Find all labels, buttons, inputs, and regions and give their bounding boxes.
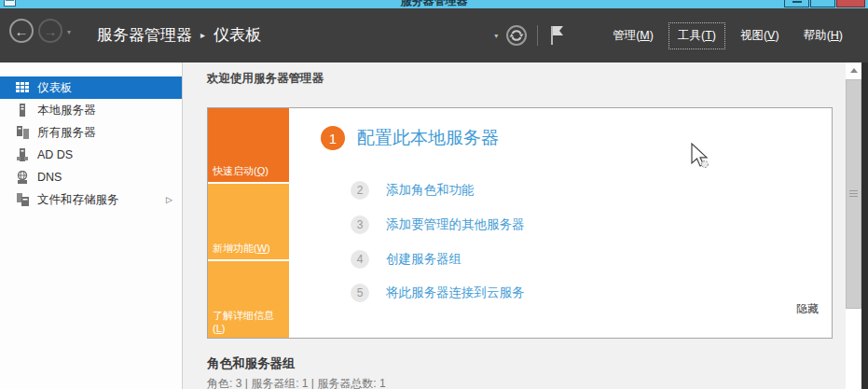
step-number-badge: 1 — [321, 126, 345, 150]
back-button[interactable]: ← — [9, 19, 34, 43]
nav-divider — [537, 25, 538, 46]
step-number-badge: 2 — [351, 181, 369, 200]
sidebar-item-dashboard[interactable]: 仪表板 — [0, 76, 182, 99]
sidebar-item-ad-ds[interactable]: AD DS — [0, 144, 182, 166]
forward-arrow-icon: → — [44, 24, 58, 38]
step-number-badge: 3 — [351, 215, 369, 234]
refresh-dropdown-icon[interactable]: ▾ — [494, 32, 498, 40]
server-manager-window: 服务器管理器 ← → ▾ 服务器管理器 ▸ 仪表板 ▾ — [0, 0, 868, 389]
connect-cloud-link[interactable]: 将此服务器连接到云服务 — [386, 285, 525, 301]
sidebar-item-dns[interactable]: DNS — [0, 166, 182, 188]
roles-groups-heading: 角色和服务器组 — [207, 355, 296, 372]
step-add-servers: 3 添加要管理的其他服务器 — [351, 215, 525, 234]
step-connect-cloud: 5 将此服务器连接到云服务 — [351, 284, 525, 302]
sidebar-item-all-servers[interactable]: 所有服务器 — [0, 121, 182, 144]
sidebar-item-label: 本地服务器 — [37, 103, 96, 118]
create-server-group-link[interactable]: 创建服务器组 — [386, 251, 462, 268]
ad-ds-icon — [15, 148, 30, 161]
tab-whats-new[interactable]: 新增功能(W) — [208, 184, 289, 261]
add-servers-link[interactable]: 添加要管理的其他服务器 — [386, 216, 525, 233]
sidebar-item-label: DNS — [37, 171, 62, 184]
dashboard-grid-icon — [15, 81, 30, 94]
notifications-flag-icon[interactable] — [549, 24, 565, 47]
sidebar-item-label: 文件和存储服务 — [37, 192, 119, 208]
menu-help[interactable]: 帮助(H) — [795, 23, 851, 49]
scrollbar-grip-icon — [849, 190, 858, 198]
roles-groups-stats: 角色: 3 | 服务器组: 1 | 服务器总数: 1 — [207, 376, 386, 389]
all-servers-icon — [15, 126, 30, 139]
sidebar-item-file-storage[interactable]: 文件和存储服务 ▷ — [0, 188, 182, 211]
scroll-up-arrow-icon — [850, 68, 858, 73]
minimize-button[interactable] — [784, 0, 809, 7]
welcome-heading: 欢迎使用服务器管理器 — [207, 71, 324, 87]
file-storage-icon — [15, 193, 30, 206]
step-create-server-group: 4 创建服务器组 — [351, 250, 462, 269]
welcome-tile: 快速启动(Q) 新增功能(W) 了解详细信息(L) 1 配置此本地服务器 2 添… — [207, 107, 833, 339]
sidebar-item-label: AD DS — [37, 148, 73, 161]
sidebar-item-local-server[interactable]: 本地服务器 — [0, 99, 182, 121]
local-server-icon — [15, 104, 30, 117]
dns-icon — [15, 171, 30, 184]
menu-tools[interactable]: 工具(T) — [669, 23, 724, 49]
sidebar: 仪表板 本地服务器 所有服务器 AD DS DNS — [0, 63, 183, 389]
breadcrumb-current[interactable]: 仪表板 — [214, 24, 261, 46]
scroll-up-button[interactable] — [846, 63, 861, 78]
refresh-icon[interactable] — [505, 24, 528, 47]
whatsnew-label: 新增功能(W) — [213, 242, 270, 256]
close-button[interactable] — [836, 0, 865, 7]
breadcrumb: 服务器管理器 ▸ 仪表板 — [97, 24, 261, 46]
navbar: ← → ▾ 服务器管理器 ▸ 仪表板 ▾ 管理(M) — [0, 8, 868, 63]
vertical-scrollbar[interactable] — [846, 63, 861, 389]
window-title: 服务器管理器 — [0, 0, 868, 8]
history-dropdown-icon[interactable]: ▾ — [67, 28, 71, 36]
hide-welcome-link[interactable]: 隐藏 — [796, 301, 819, 317]
step-add-roles: 2 添加角色和功能 — [351, 181, 475, 200]
menu-manage[interactable]: 管理(M) — [604, 23, 662, 49]
add-roles-link[interactable]: 添加角色和功能 — [386, 182, 475, 199]
tab-quick-start[interactable]: 快速启动(Q) — [208, 108, 289, 184]
breadcrumb-separator-icon: ▸ — [200, 30, 205, 40]
forward-button[interactable]: → — [38, 19, 62, 43]
window-edge-gutter — [861, 8, 868, 389]
maximize-button[interactable] — [810, 0, 835, 7]
titlebar: 服务器管理器 — [0, 0, 868, 8]
breadcrumb-root[interactable]: 服务器管理器 — [97, 24, 192, 46]
configure-local-server-link[interactable]: 配置此本地服务器 — [357, 126, 499, 150]
step-configure-local-server: 1 配置此本地服务器 — [321, 126, 499, 150]
learnmore-label: 了解详细信息(L) — [213, 309, 284, 334]
tab-learn-more[interactable]: 了解详细信息(L) — [208, 261, 289, 338]
menu-view[interactable]: 视图(V) — [732, 23, 788, 49]
quickstart-column: 快速启动(Q) 新增功能(W) 了解详细信息(L) — [208, 108, 289, 338]
sidebar-item-label: 仪表板 — [37, 80, 73, 96]
scrollbar-thumb[interactable] — [846, 79, 861, 309]
back-arrow-icon: ← — [15, 24, 29, 38]
quickstart-label: 快速启动(Q) — [213, 164, 269, 178]
step-number-badge: 4 — [351, 250, 369, 269]
sidebar-item-label: 所有服务器 — [37, 125, 96, 141]
step-number-badge: 5 — [351, 284, 369, 302]
expand-arrow-icon[interactable]: ▷ — [166, 195, 172, 204]
